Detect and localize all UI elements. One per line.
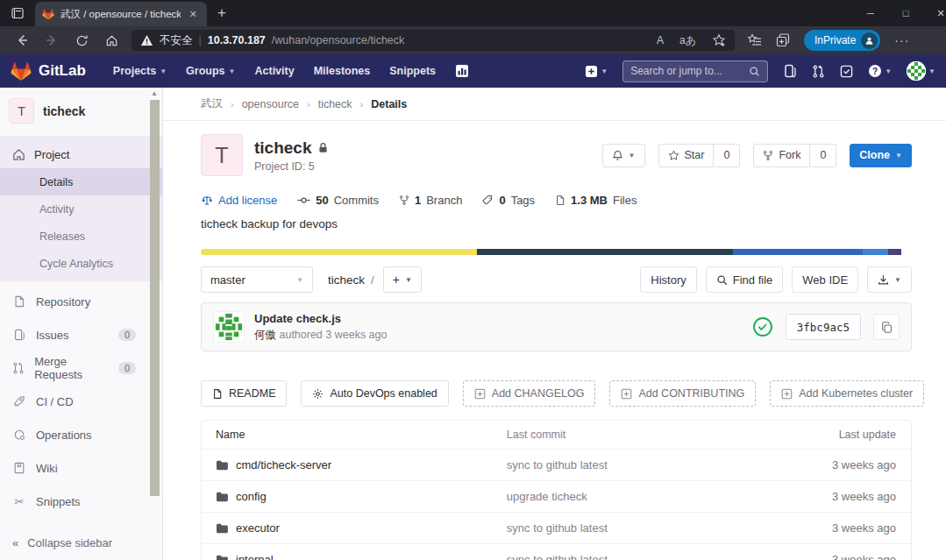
browser-tab[interactable]: 武汉 / opensource / ticheck · Gi ✕ bbox=[35, 2, 207, 26]
new-menu-button[interactable]: ▼ bbox=[585, 65, 608, 78]
last-commit-link[interactable]: upgrade ticheck bbox=[507, 490, 797, 503]
add-favorite-icon[interactable] bbox=[712, 33, 726, 47]
sidebar-item-details[interactable]: Details bbox=[0, 168, 162, 195]
nav-snippets[interactable]: Snippets bbox=[389, 65, 436, 77]
issues-nav-button[interactable] bbox=[783, 64, 797, 78]
find-file-button[interactable]: Find file bbox=[706, 266, 784, 293]
add-changelog-button[interactable]: Add CHANGELOG bbox=[463, 380, 596, 407]
fork-count[interactable]: 0 bbox=[810, 144, 836, 167]
branches-link[interactable]: 1Branch bbox=[399, 194, 462, 207]
add-kubernetes-cluster-button[interactable]: Add Kubernetes cluster bbox=[770, 380, 924, 407]
sidebar-item-activity[interactable]: Activity bbox=[0, 195, 162, 223]
folder-icon bbox=[216, 460, 228, 471]
star-count[interactable]: 0 bbox=[714, 144, 740, 167]
copy-sha-button[interactable] bbox=[873, 314, 900, 340]
merge-requests-nav-button[interactable] bbox=[812, 65, 825, 78]
commits-link[interactable]: 50Commits bbox=[297, 194, 379, 207]
tab-close-icon[interactable]: ✕ bbox=[187, 9, 200, 20]
last-commit-link[interactable]: sync to github latest bbox=[507, 458, 797, 471]
todos-nav-button[interactable] bbox=[840, 65, 853, 78]
add-file-button[interactable]: + ▼ bbox=[383, 266, 422, 293]
add-license-link[interactable]: Add license bbox=[201, 194, 277, 207]
tags-link[interactable]: 0Tags bbox=[482, 194, 535, 207]
global-search[interactable] bbox=[622, 60, 768, 82]
sidebar-item-cycle-analytics[interactable]: Cycle Analytics bbox=[0, 250, 162, 277]
table-row[interactable]: config upgrade ticheck 3 weeks ago bbox=[202, 480, 911, 512]
nav-projects[interactable]: Projects▼ bbox=[113, 65, 167, 77]
sidebar-scrollbar[interactable] bbox=[150, 100, 160, 496]
files-link[interactable]: 1.3 MBFiles bbox=[555, 194, 637, 207]
language-bar[interactable] bbox=[201, 249, 912, 255]
scrollbar-up-arrow[interactable]: ▲ bbox=[151, 89, 158, 97]
file-name-link[interactable]: cmd/ticheck-server bbox=[236, 458, 331, 471]
history-button[interactable]: History bbox=[640, 266, 696, 293]
sidebar-item-releases[interactable]: Releases bbox=[0, 223, 162, 250]
branch-selector[interactable]: master ▼ bbox=[201, 266, 313, 293]
sidebar-item-operations[interactable]: Operations bbox=[0, 418, 162, 451]
home-button[interactable] bbox=[96, 34, 126, 47]
issues-icon bbox=[783, 64, 797, 78]
address-bar[interactable]: 不安全 | 10.3.70.187/wuhan/opensource/tiche… bbox=[132, 30, 735, 51]
file-name-link[interactable]: config bbox=[236, 490, 267, 503]
close-button[interactable]: ✕ bbox=[923, 1, 946, 25]
tab-actions-button[interactable] bbox=[0, 6, 35, 20]
clone-button[interactable]: Clone ▼ bbox=[850, 144, 912, 167]
readme-button[interactable]: README bbox=[201, 380, 287, 407]
commit-sha[interactable]: 3fbc9ac5 bbox=[786, 314, 861, 340]
gitlab-navbar: GitLab Projects▼ Groups▼ Activity Milest… bbox=[0, 54, 946, 88]
breadcrumb-subgroup[interactable]: opensource bbox=[242, 98, 299, 110]
help-menu-button[interactable]: ? ▼ bbox=[868, 64, 892, 78]
forward-button[interactable] bbox=[37, 33, 67, 47]
sidebar-item-snippets[interactable]: ✂ Snippets bbox=[0, 485, 162, 518]
nav-milestones[interactable]: Milestones bbox=[314, 65, 371, 77]
maximize-button[interactable]: □ bbox=[888, 1, 923, 25]
project-id: Project ID: 5 bbox=[254, 160, 329, 173]
sidebar-item-repository[interactable]: Repository bbox=[0, 285, 162, 318]
last-commit-link[interactable]: sync to github latest bbox=[507, 521, 797, 535]
sidebar-item-wiki[interactable]: Wiki bbox=[0, 451, 162, 485]
table-row[interactable]: cmd/ticheck-server sync to github latest… bbox=[202, 449, 911, 480]
notifications-button[interactable]: ▼ bbox=[602, 144, 645, 167]
sidebar-item-merge-requests[interactable]: Merge Requests 0 bbox=[0, 351, 162, 385]
collapse-sidebar-button[interactable]: « Collapse sidebar bbox=[0, 525, 162, 560]
nav-chart-button[interactable] bbox=[455, 64, 469, 78]
sidebar-item-project[interactable]: Project bbox=[0, 140, 162, 168]
inprivate-badge[interactable]: InPrivate bbox=[804, 30, 880, 51]
pipeline-passed-icon[interactable] bbox=[752, 316, 773, 337]
user-menu-button[interactable]: ▼ bbox=[907, 61, 935, 81]
breadcrumb-project[interactable]: ticheck bbox=[318, 98, 352, 110]
sidebar-item-issues[interactable]: Issues 0 bbox=[0, 318, 162, 351]
read-aloud-icon[interactable]: A bbox=[657, 34, 664, 46]
download-button[interactable]: ▼ bbox=[867, 266, 912, 293]
star-button[interactable]: Star bbox=[658, 144, 715, 167]
auto-devops-button[interactable]: Auto DevOps enabled bbox=[301, 380, 448, 407]
back-button[interactable] bbox=[7, 33, 37, 47]
nav-groups[interactable]: Groups▼ bbox=[186, 65, 235, 77]
table-row[interactable]: executor sync to github latest 3 weeks a… bbox=[202, 512, 911, 543]
breadcrumb-group[interactable]: 武汉 bbox=[201, 96, 223, 111]
last-commit-link[interactable]: sync to github latest bbox=[507, 553, 797, 560]
sidebar-item-ci-cd[interactable]: CI / CD bbox=[0, 385, 162, 418]
sidebar-project-header[interactable]: T ticheck bbox=[0, 88, 162, 136]
favorites-icon[interactable] bbox=[747, 33, 762, 47]
commit-author[interactable]: 何傲 bbox=[254, 329, 276, 341]
search-input[interactable] bbox=[630, 65, 749, 77]
commit-title-link[interactable]: Update check.js bbox=[254, 312, 387, 325]
file-name-link[interactable]: internal bbox=[236, 553, 274, 560]
gitlab-brand[interactable]: GitLab bbox=[11, 60, 86, 82]
translate-icon[interactable]: aあ bbox=[679, 33, 696, 48]
fork-group: Fork 0 bbox=[753, 144, 836, 167]
new-tab-button[interactable]: + bbox=[217, 4, 226, 22]
tree-path-project[interactable]: ticheck bbox=[328, 273, 365, 287]
add-contributing-button[interactable]: Add CONTRIBUTING bbox=[609, 380, 756, 407]
minimize-button[interactable]: ─ bbox=[853, 1, 888, 25]
fork-button[interactable]: Fork bbox=[753, 144, 810, 167]
nav-activity[interactable]: Activity bbox=[254, 65, 294, 77]
file-name-link[interactable]: executor bbox=[236, 521, 280, 535]
browser-menu-icon[interactable]: ··· bbox=[894, 33, 909, 47]
table-row[interactable]: internal sync to github latest 3 weeks a… bbox=[202, 543, 911, 560]
web-ide-button[interactable]: Web IDE bbox=[792, 266, 858, 293]
main-content: 武汉 › opensource › ticheck › Details T ti… bbox=[163, 88, 946, 560]
refresh-button[interactable] bbox=[67, 34, 96, 47]
collections-icon[interactable] bbox=[776, 33, 790, 47]
